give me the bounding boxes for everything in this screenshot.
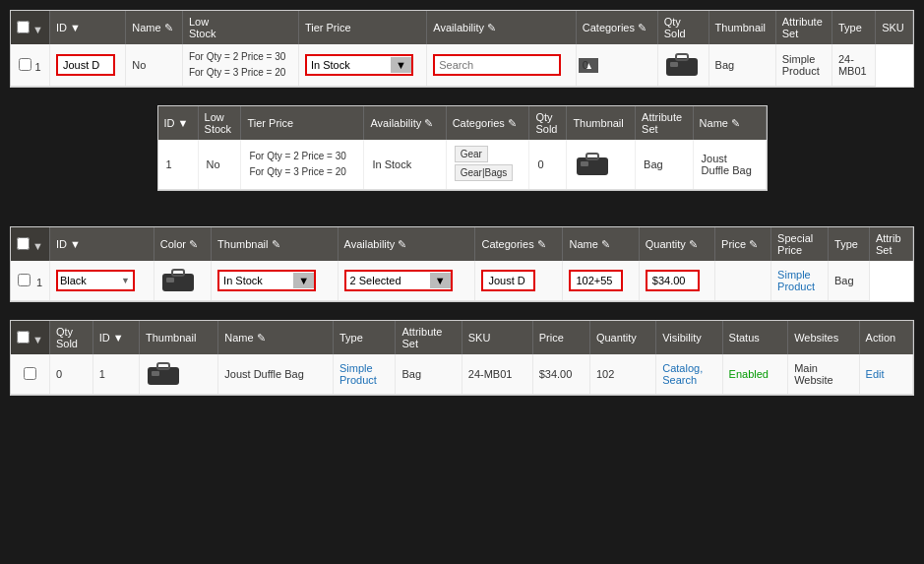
section2-table: ID ▼ LowStock Tier Price Availability ✎ … — [157, 105, 768, 191]
type-cell: SimpleProduct — [775, 44, 832, 87]
s4-visibility-link[interactable]: Catalog,Search — [662, 362, 703, 386]
s4-header-dropdown-icon[interactable]: ▼ — [32, 334, 43, 345]
svg-rect-5 — [581, 161, 588, 166]
s4-row-checkbox[interactable] — [24, 367, 36, 380]
s3-special-price-cell — [715, 261, 771, 301]
s4-type-text: SimpleProduct — [339, 362, 377, 386]
svg-rect-1 — [676, 54, 688, 60]
pencil-icon: ✎ — [601, 238, 610, 250]
s3-thumbnail-header: Thumbnail ✎ — [212, 227, 339, 261]
s4-qty-sold-cell: 0 — [49, 354, 92, 395]
s4-quantity-cell: 102 — [589, 354, 655, 395]
s4-thumbnail-bag-icon — [146, 359, 181, 387]
s3-select-all-checkbox[interactable] — [17, 237, 30, 250]
select-all-header[interactable]: ▼ — [11, 11, 49, 44]
s3-name-header: Name ✎ — [563, 227, 639, 261]
s4-action-header: Action — [859, 321, 912, 354]
s4-row-checkbox-cell — [11, 354, 49, 395]
s3-color-header: Color ✎ — [154, 227, 211, 261]
categories-search-wrapper[interactable]: ▲ — [433, 54, 561, 76]
s3-categories-dropdown-btn[interactable]: ▼ — [430, 273, 451, 288]
s4-edit-link[interactable]: Edit — [866, 368, 885, 380]
categories-search-input[interactable] — [435, 56, 579, 74]
s3-special-price-header: SpecialPrice — [771, 227, 829, 261]
sort-icon: ▼ — [113, 332, 124, 344]
s3-quantity-cell[interactable] — [563, 261, 639, 301]
s3-price-header: Price ✎ — [715, 227, 771, 261]
availability-header: Availability ✎ — [427, 11, 577, 44]
svg-rect-7 — [172, 270, 184, 276]
s4-type-cell: SimpleProduct — [333, 354, 396, 395]
s3-type-header: Type — [829, 227, 870, 261]
categories-header: Categories ✎ — [576, 11, 657, 44]
name-input[interactable] — [56, 54, 115, 76]
s3-table-row: 1 Black Blue Red ▼ — [11, 261, 913, 301]
row-checkbox[interactable] — [19, 58, 31, 71]
sort-icon: ▼ — [70, 22, 81, 33]
s4-visibility-header: Visibility — [656, 321, 722, 354]
s3-availability-select[interactable]: In Stock Out of Stock — [219, 272, 293, 289]
s3-price-cell[interactable] — [639, 261, 714, 301]
s3-name-input[interactable] — [481, 270, 535, 291]
pencil-icon: ✎ — [189, 238, 198, 250]
attribute-set-header: AttributeSet — [775, 11, 832, 44]
categories-cell[interactable]: ▲ — [427, 44, 577, 87]
s4-status-cell: Enabled — [722, 354, 788, 395]
s2-qty-sold-header: QtySold — [529, 106, 567, 140]
s2-id-header: ID ▼ — [158, 106, 199, 140]
s2-categories-header: Categories ✎ — [446, 106, 529, 140]
s3-row-checkbox[interactable] — [18, 274, 31, 286]
s3-row-checkbox-cell: 1 — [11, 261, 49, 301]
s3-color-cell[interactable]: Black Blue Red ▼ — [49, 261, 154, 301]
availability-dropdown-btn[interactable]: ▼ — [391, 57, 411, 73]
s2-tier-price-text: For Qty = 2 Price = 30For Qty = 3 Price … — [249, 149, 355, 180]
s3-header-dropdown-icon[interactable]: ▼ — [32, 240, 43, 252]
s3-availability-select-wrapper[interactable]: In Stock Out of Stock ▼ — [217, 270, 316, 291]
availability-select-wrapper[interactable]: In Stock Out of Stock ▼ — [305, 54, 413, 76]
s2-thumbnail-cell — [567, 140, 636, 190]
s4-select-all-header[interactable]: ▼ — [11, 321, 49, 354]
s3-availability-header: Availability ✎ — [338, 227, 475, 261]
sku-cell: 24-MB01 — [832, 44, 875, 87]
s3-thumbnail-cell — [154, 261, 211, 301]
availability-cell[interactable]: In Stock Out of Stock ▼ — [298, 44, 426, 87]
svg-rect-2 — [670, 62, 678, 67]
s2-availability-cell: In Stock — [364, 140, 446, 190]
section3-table: ▼ ID ▼ Color ✎ Thumbnail ✎ Availability … — [10, 226, 914, 302]
color-select[interactable]: Black Blue Red — [58, 272, 118, 289]
s4-action-cell[interactable]: Edit — [859, 354, 912, 395]
svg-rect-10 — [157, 363, 169, 369]
s2-availability-header: Availability ✎ — [364, 106, 446, 140]
s4-id-cell: 1 — [92, 354, 139, 395]
s3-availability-dropdown-btn[interactable]: ▼ — [293, 273, 314, 288]
pencil-icon: ✎ — [257, 332, 266, 344]
s3-type-cell: SimpleProduct — [771, 261, 829, 301]
row-checkbox-cell: 1 — [11, 44, 49, 87]
s3-quantity-header: Quantity ✎ — [639, 227, 714, 261]
s4-quantity-header: Quantity — [589, 321, 655, 354]
s3-categories-select[interactable]: 2 Selected — [346, 272, 430, 289]
color-select-wrapper[interactable]: Black Blue Red ▼ — [56, 270, 135, 291]
s3-name-cell[interactable] — [475, 261, 563, 301]
s3-categories-select-wrapper[interactable]: 2 Selected ▼ — [344, 270, 453, 291]
s3-price-input[interactable] — [646, 270, 700, 291]
pencil-icon: ✎ — [537, 238, 546, 250]
header-dropdown-icon[interactable]: ▼ — [32, 24, 43, 35]
s2-thumbnail-bag-icon — [575, 150, 610, 177]
name-cell[interactable] — [49, 44, 125, 87]
s4-thumbnail-header: Thumbnail — [140, 321, 218, 354]
tier-price-cell: For Qty = 2 Price = 30For Qty = 3 Price … — [182, 44, 298, 87]
s2-low-stock-header: LowStock — [198, 106, 241, 140]
s4-select-all-checkbox[interactable] — [17, 331, 30, 344]
availability-select[interactable]: In Stock Out of Stock — [307, 56, 391, 74]
s3-quantity-input[interactable] — [569, 270, 623, 291]
s2-thumbnail-header: Thumbnail — [567, 106, 636, 140]
s2-attribute-set-cell: Bag — [636, 140, 693, 190]
s3-availability-cell[interactable]: In Stock Out of Stock ▼ — [212, 261, 339, 301]
s3-categories-cell[interactable]: 2 Selected ▼ — [338, 261, 475, 301]
s3-id-header: ID ▼ — [49, 227, 154, 261]
s4-status-text: Enabled — [729, 368, 769, 380]
s3-select-all-header[interactable]: ▼ — [11, 227, 49, 261]
select-all-checkbox[interactable] — [17, 21, 30, 33]
pencil-icon: ✎ — [689, 238, 698, 250]
